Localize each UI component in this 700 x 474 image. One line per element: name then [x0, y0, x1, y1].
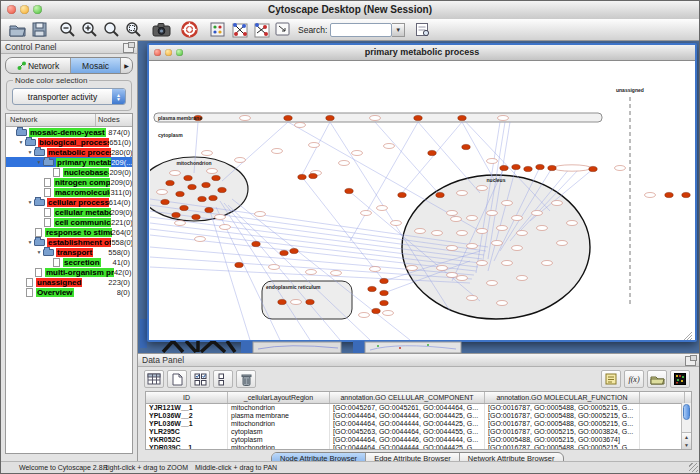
graph-label-node[interactable] [487, 281, 498, 286]
graph-node[interactable] [192, 214, 200, 219]
graph-label-node[interactable] [309, 143, 320, 148]
table-row[interactable]: YLR295Ccytoplasm[GO:0045263, GO:0044464,… [146, 428, 691, 436]
graph-label-node[interactable] [352, 151, 363, 156]
graph-node[interactable] [180, 205, 188, 210]
tree-item-cellular-metabol[interactable]: cellular metabol209(0) [6, 207, 132, 217]
graph-label-node[interactable] [295, 123, 306, 128]
disclosure-triangle-icon[interactable]: ▼ [17, 139, 25, 145]
table-row[interactable]: YDR039C__1mitochondrion[GO:0044464, GO:0… [146, 444, 691, 450]
graph-node[interactable] [414, 115, 422, 120]
graph-node[interactable] [252, 241, 260, 246]
graph-label-node[interactable] [615, 166, 626, 171]
graph-label-node[interactable] [377, 206, 388, 211]
graph-label-node[interactable] [370, 267, 381, 272]
graph-node[interactable] [161, 199, 169, 204]
graph-label-node[interactable] [220, 225, 231, 230]
snapshot-button[interactable] [150, 20, 172, 39]
open-session-button[interactable] [6, 20, 28, 39]
disclosure-triangle-icon[interactable]: ▼ [26, 239, 34, 245]
tree-item-overview[interactable]: Overview8(0) [6, 287, 132, 297]
tree-item-establishment-of-lo[interactable]: ▼establishment of lo558(0) [6, 237, 132, 247]
graph-label-node[interactable] [457, 231, 468, 236]
graph-node[interactable] [198, 196, 206, 201]
graph-node[interactable] [306, 299, 314, 304]
tree-item-mosaic-demo-yeast[interactable]: mosaic-demo-yeast874(0) [6, 127, 132, 137]
disclosure-triangle-icon[interactable]: ▼ [35, 159, 43, 165]
graph-label-node[interactable] [391, 221, 402, 226]
graph-node[interactable] [172, 212, 180, 217]
graph-label-node[interactable] [272, 149, 283, 154]
tree-item-nucleobase[interactable]: nucleobase-209(0) [6, 167, 132, 177]
graph-label-node[interactable] [215, 215, 226, 220]
graph-node[interactable] [290, 248, 298, 253]
graph-label-node[interactable] [437, 266, 448, 271]
scrollbar-arrows[interactable]: ▲▼ [682, 432, 691, 449]
graph-label-node[interactable] [553, 165, 591, 171]
graph-label-node[interactable] [407, 266, 418, 271]
graph-label-node[interactable] [291, 300, 302, 305]
attributes-button[interactable] [411, 20, 433, 39]
graph-label-node[interactable] [457, 276, 468, 281]
column-header-id[interactable]: ID [146, 392, 228, 403]
select-attributes-button[interactable] [144, 370, 164, 388]
import-table-button[interactable] [647, 370, 667, 388]
help-button[interactable] [178, 20, 200, 39]
tab-scroll-right-button[interactable]: ▶ [121, 58, 132, 73]
graph-node[interactable] [218, 187, 226, 192]
graph-label-node[interactable] [202, 151, 213, 156]
graph-label-node[interactable] [537, 226, 548, 231]
graph-node[interactable] [436, 192, 444, 197]
tree-item-secretion[interactable]: secretion41(0) [6, 257, 132, 267]
graph-node[interactable] [458, 115, 466, 120]
view-minimize-button[interactable] [165, 49, 172, 56]
graph-label-node[interactable] [447, 273, 458, 278]
graph-label-node[interactable] [467, 244, 478, 249]
graph-label-node[interactable] [432, 231, 443, 236]
graph-node[interactable] [589, 166, 597, 171]
graph-node[interactable] [548, 165, 556, 170]
tree-item-biological-process[interactable]: ▼biological_process651(0) [6, 137, 132, 147]
graph-label-node[interactable] [542, 261, 553, 266]
graph-node[interactable] [682, 192, 690, 197]
layout-button-2[interactable] [250, 20, 272, 39]
graph-node[interactable] [665, 192, 673, 197]
column-header-annotation-go-molecular-function[interactable]: annotation.GO MOLECULAR_FUNCTION [485, 392, 640, 403]
graph-node[interactable] [380, 300, 388, 305]
close-button[interactable] [7, 5, 16, 14]
graph-node[interactable] [512, 164, 520, 169]
search-dropdown-button[interactable]: ▼ [392, 23, 405, 37]
graph-label-node[interactable] [255, 212, 266, 217]
tab-mosaic[interactable]: Mosaic [71, 58, 121, 73]
graph-label-node[interactable] [269, 265, 280, 270]
unselect-all-attributes-button[interactable] [213, 370, 233, 388]
view-resize-grip[interactable] [684, 332, 692, 340]
graph-edge[interactable] [302, 177, 384, 281]
graph-label-node[interactable] [415, 229, 426, 234]
graph-node[interactable] [380, 290, 388, 295]
graph-label-node[interactable] [477, 229, 488, 234]
graph-node[interactable] [284, 115, 292, 120]
graph-node[interactable] [212, 175, 220, 180]
graph-label-node[interactable] [370, 116, 381, 121]
table-vertical-scrollbar[interactable]: ▲▼ [681, 403, 691, 449]
graph-label-node[interactable] [492, 241, 503, 246]
graph-node[interactable] [235, 262, 243, 267]
graph-label-node[interactable] [447, 211, 458, 216]
graph-node[interactable] [345, 188, 353, 193]
disclosure-triangle-icon[interactable]: ▼ [35, 249, 43, 255]
graph-label-node[interactable] [240, 116, 251, 121]
graph-label-node[interactable] [552, 201, 563, 206]
disclosure-triangle-icon[interactable]: ▼ [26, 149, 34, 155]
tree-item-primary-metabo[interactable]: ▼primary metabo209(... [6, 157, 132, 167]
table-row[interactable]: YPL036W__1mitochondrion[GO:0044464, GO:0… [146, 420, 691, 428]
graph-label-node[interactable] [502, 261, 513, 266]
zoom-button[interactable] [33, 5, 42, 14]
graph-label-node[interactable] [331, 271, 342, 276]
graph-node[interactable] [536, 164, 544, 169]
table-row[interactable]: YPL036W__2plasma membrane[GO:0044464, GO… [146, 412, 691, 420]
new-attribute-button[interactable] [167, 370, 187, 388]
select-all-attributes-button[interactable] [190, 370, 210, 388]
graph-label-node[interactable] [157, 190, 168, 195]
graph-node[interactable] [184, 175, 192, 180]
graph-label-node[interactable] [175, 221, 186, 226]
